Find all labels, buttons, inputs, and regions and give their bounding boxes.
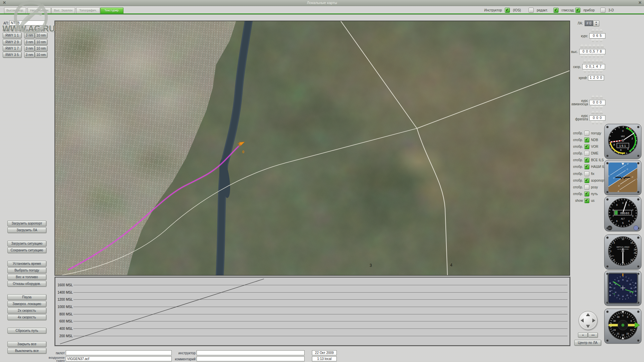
close-icon[interactable]: ✕	[2, 0, 7, 5]
aircraft-file-input[interactable]	[66, 356, 172, 361]
approach-3nm-button[interactable]: 3 nm	[24, 39, 35, 45]
pan-left-icon[interactable]	[581, 318, 584, 322]
freeze-location-button[interactable]: Замороз. локацию	[7, 301, 46, 307]
frigate-course-value[interactable]: 0 0 0	[589, 115, 605, 121]
course-down-arrows[interactable]	[591, 39, 603, 42]
map-pan-control[interactable]	[579, 311, 597, 330]
frigate-up-arrows[interactable]	[591, 111, 603, 114]
svg-text:0: 0	[622, 314, 624, 317]
all-ils-checkbox[interactable]	[584, 158, 589, 163]
svg-text:15: 15	[630, 242, 633, 244]
edit-checkbox[interactable]	[529, 8, 534, 13]
frigate-label-line2: фрегата	[575, 117, 588, 121]
svg-text:15: 15	[626, 333, 629, 335]
carrier-label-line2: авианосца	[572, 102, 588, 106]
pause-button[interactable]: Пауза	[7, 294, 46, 300]
altitude-down-arrows[interactable]	[580, 55, 604, 58]
aircraft-selector-value[interactable]: # 0	[585, 20, 593, 26]
display-row-our-ils: отобр.НАШИ ILS	[568, 164, 607, 169]
svg-text:18: 18	[622, 296, 624, 297]
adf-compass: 036912 1518212427 3033	[604, 307, 642, 345]
carrier-up-arrows[interactable]	[591, 96, 603, 99]
course-label: курс	[570, 34, 588, 38]
frigate-down-arrows[interactable]	[591, 121, 603, 124]
load-aircraft-button[interactable]: Загрузить ЛА	[7, 227, 46, 233]
pilot-input[interactable]	[66, 350, 172, 355]
satellite-map-view[interactable]: 0 3 4	[55, 21, 570, 276]
rwy-takeoff-button[interactable]: RWY 3 5	[3, 52, 21, 58]
approach-10nm-button[interactable]: 10 nm	[35, 39, 47, 45]
path-checkbox[interactable]	[584, 191, 589, 196]
svg-text:06: 06	[629, 284, 631, 285]
vor-checkbox[interactable]	[584, 144, 589, 149]
failures-button[interactable]: Отказы оборудов.	[7, 281, 46, 287]
speed-down-arrows[interactable]	[583, 70, 603, 73]
load-situation-button[interactable]: Загрузить ситуацию	[7, 241, 46, 246]
pan-right-icon[interactable]	[592, 318, 595, 322]
glideslope-checkbox[interactable]	[553, 8, 558, 13]
xpndr-value[interactable]: 1 2 0 0	[588, 75, 604, 80]
pan-down-icon[interactable]	[586, 325, 590, 328]
speed-4x-button[interactable]: 4х скорость	[7, 314, 46, 320]
tab-sectional[interactable]: Топографич.	[76, 7, 100, 14]
altimeter-label: ALT	[621, 218, 625, 220]
our-ils-checkbox[interactable]	[584, 164, 589, 169]
speed-2x-button[interactable]: 2х скорость	[7, 308, 46, 313]
zoom-in-button[interactable]: ▲▲	[588, 333, 598, 338]
close-icon-right[interactable]: ✕	[638, 0, 642, 5]
airport-checkbox[interactable]	[584, 178, 589, 183]
approach-3nm-button[interactable]: 3 nm	[24, 46, 35, 51]
instructor-options-row: Инструктор (IOS) редакт. глиссад прибор …	[484, 8, 614, 13]
load-airport-button[interactable]: Загрузить аэропорт	[7, 221, 46, 226]
close-all-button[interactable]: Закрыть все	[7, 341, 46, 347]
aircraft-selector-stepper[interactable]: ▲▼	[593, 20, 599, 26]
display-row-fix: отобр.fix	[568, 171, 594, 176]
carrier-down-arrows[interactable]	[591, 106, 603, 109]
instrument-checkbox[interactable]	[575, 8, 580, 13]
center-on-aircraft-button[interactable]: Центр по ЛА	[574, 340, 601, 346]
ndb-checkbox[interactable]	[584, 137, 589, 142]
weight-fuel-button[interactable]: Вес и топливо	[7, 274, 46, 280]
speed-label: скор.	[570, 65, 581, 69]
baro-knob-label[interactable]: BARO	[608, 228, 611, 229]
comment-input[interactable]	[197, 356, 305, 361]
dme-checkbox[interactable]	[584, 151, 589, 156]
pan-up-icon[interactable]	[586, 313, 590, 316]
speed-value[interactable]: 0 0,1 4 7	[582, 64, 605, 69]
speed-up-arrows[interactable]	[583, 60, 603, 63]
show-us-checkbox[interactable]	[584, 198, 589, 203]
fix-checkbox[interactable]	[584, 171, 589, 176]
course-up-arrows[interactable]	[591, 29, 603, 32]
svg-text:7: 7	[612, 215, 614, 218]
vertical-speed-indicator: 05101520 2015105 VERTICAL SPEED 100 FEET…	[604, 234, 642, 270]
rose-checkbox[interactable]	[584, 185, 589, 190]
approach-10nm-button[interactable]: 10 nm	[35, 46, 47, 51]
instructor-input[interactable]	[197, 350, 305, 355]
altitude-up-arrows[interactable]	[580, 45, 604, 48]
svg-text:03: 03	[626, 280, 628, 282]
set-time-button[interactable]: Установить время	[7, 261, 46, 266]
course-value[interactable]: 0 6 5	[589, 33, 605, 39]
set-weather-button[interactable]: Выбрать погоду	[7, 267, 46, 273]
approach-3nm-button[interactable]: 3 nm	[24, 52, 35, 58]
svg-text:20: 20	[634, 248, 636, 251]
svg-text:24: 24	[614, 292, 616, 293]
instructor-checkbox[interactable]	[505, 8, 510, 13]
svg-text:15: 15	[626, 295, 628, 296]
terrain-grain	[55, 21, 570, 275]
save-situation-button[interactable]: Сохранить ситуацию	[7, 247, 46, 253]
carrier-course-value[interactable]: 0 0 0	[589, 100, 605, 105]
threed-checkbox[interactable]	[600, 8, 605, 13]
glideslope-label: глиссад	[561, 8, 574, 12]
rwy-takeoff-button[interactable]: RWY 2 9	[3, 39, 21, 45]
rwy-takeoff-button[interactable]: RWY 1 7	[3, 46, 21, 51]
tab-textured[interactable]: Текстурир.	[100, 7, 123, 14]
altitude-value[interactable]: 0 0 0,5 7 8	[579, 49, 605, 54]
svg-text:12: 12	[629, 292, 631, 293]
approach-10nm-button[interactable]: 10 nm	[35, 52, 47, 58]
tab-hi-enroute[interactable]: Выс. Эшелон	[51, 7, 75, 14]
weather-checkbox[interactable]	[584, 131, 589, 136]
zoom-out-button[interactable]: ▲	[578, 333, 588, 338]
reset-path-button[interactable]: Сбросить путь	[7, 328, 46, 334]
svg-text:27: 27	[613, 288, 615, 289]
